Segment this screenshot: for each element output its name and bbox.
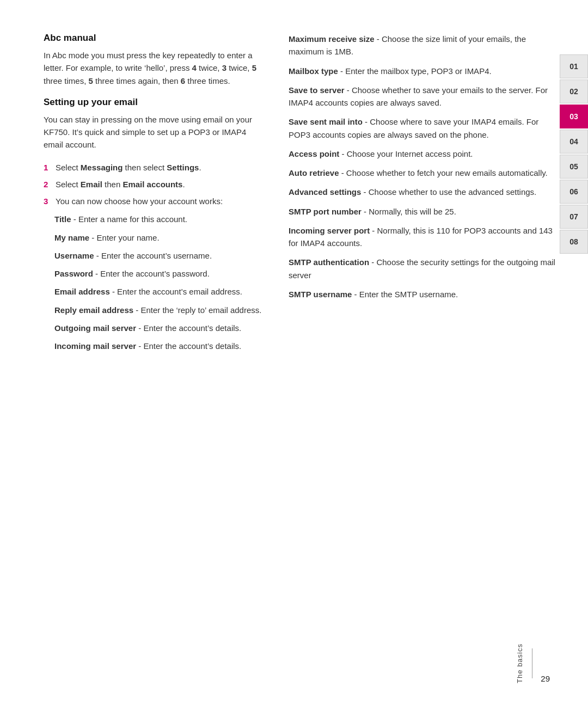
step-2-number: 2	[44, 178, 51, 191]
vertical-label: The basics	[516, 643, 524, 683]
step-2: 2 Select Email then Email accounts.	[44, 178, 267, 191]
sub-item-password: Password - Enter the account’s password.	[54, 267, 267, 280]
sub-item-title: Title - Enter a name for this account.	[54, 213, 267, 225]
email-setup-body: You can stay in pressing on the move usi…	[44, 113, 267, 151]
right-item-access-point: Access point - Choose your Internet acce…	[289, 148, 555, 160]
right-item-save-server: Save to server - Choose whether to save …	[289, 84, 555, 109]
sub-item-email: Email address - Enter the account’s emai…	[54, 285, 267, 298]
right-item-smtp-port: SMTP port number - Normally, this will b…	[289, 205, 555, 218]
step-3-text: You can now choose how your account work…	[56, 195, 223, 207]
right-item-max-size: Maximum receive size - Choose the size l…	[289, 33, 555, 58]
sub-item-myname: My name - Enter your name.	[54, 231, 267, 244]
right-item-incoming-port: Incoming server port - Normally, this is…	[289, 224, 555, 250]
steps-list: 1 Select Messaging then select Settings.…	[44, 161, 267, 208]
right-item-smtp-auth: SMTP authentication - Choose the securit…	[289, 256, 555, 281]
step-1-text: Select Messaging then select Settings.	[56, 161, 201, 174]
page-container: Abc manual In Abc mode you must press th…	[0, 0, 588, 705]
email-setup-title: Setting up your email	[44, 97, 267, 108]
right-item-mailbox-type: Mailbox type - Enter the mailbox type, P…	[289, 65, 555, 77]
sub-item-incoming: Incoming mail server - Enter the account…	[54, 340, 267, 352]
sub-items-list: Title - Enter a name for this account. M…	[44, 213, 267, 352]
step-3-number: 3	[44, 195, 51, 207]
page-number: 29	[541, 674, 550, 683]
right-item-advanced: Advanced settings - Choose whether to us…	[289, 186, 555, 198]
tab-05[interactable]: 05	[560, 155, 588, 179]
tab-04[interactable]: 04	[560, 130, 588, 154]
tab-03[interactable]: 03	[560, 105, 588, 128]
step-1-number: 1	[44, 161, 51, 174]
bottom-right: The basics 29	[516, 643, 550, 683]
step-1: 1 Select Messaging then select Settings.	[44, 161, 267, 174]
tab-07[interactable]: 07	[560, 205, 588, 229]
tab-02[interactable]: 02	[560, 79, 588, 103]
abc-manual-body: In Abc mode you must press the key repea…	[44, 49, 267, 87]
abc-manual-section: Abc manual In Abc mode you must press th…	[44, 33, 267, 87]
step-3: 3 You can now choose how your account wo…	[44, 195, 267, 207]
sub-item-username: Username - Enter the account’s username.	[54, 249, 267, 262]
tab-08[interactable]: 08	[560, 230, 588, 254]
sub-item-reply-email: Reply email address - Enter the ‘reply t…	[54, 304, 267, 316]
sub-item-outgoing: Outgoing mail server - Enter the account…	[54, 322, 267, 334]
tab-01[interactable]: 01	[560, 54, 588, 78]
right-item-save-sent: Save sent mail into - Choose where to sa…	[289, 115, 555, 141]
email-setup-section: Setting up your email You can stay in pr…	[44, 97, 267, 353]
tab-06[interactable]: 06	[560, 180, 588, 204]
content-area: Abc manual In Abc mode you must press th…	[44, 33, 588, 672]
right-column: Maximum receive size - Choose the size l…	[289, 33, 588, 672]
tab-bar: 01 02 03 04 05 06 07 08	[560, 54, 588, 254]
right-item-auto-retrieve: Auto retrieve - Choose whether to fetch …	[289, 167, 555, 179]
bottom-divider	[532, 648, 532, 678]
step-2-text: Select Email then Email accounts.	[56, 178, 185, 191]
left-column: Abc manual In Abc mode you must press th…	[44, 33, 289, 672]
right-item-smtp-username: SMTP username - Enter the SMTP username.	[289, 288, 555, 301]
abc-manual-title: Abc manual	[44, 33, 267, 44]
